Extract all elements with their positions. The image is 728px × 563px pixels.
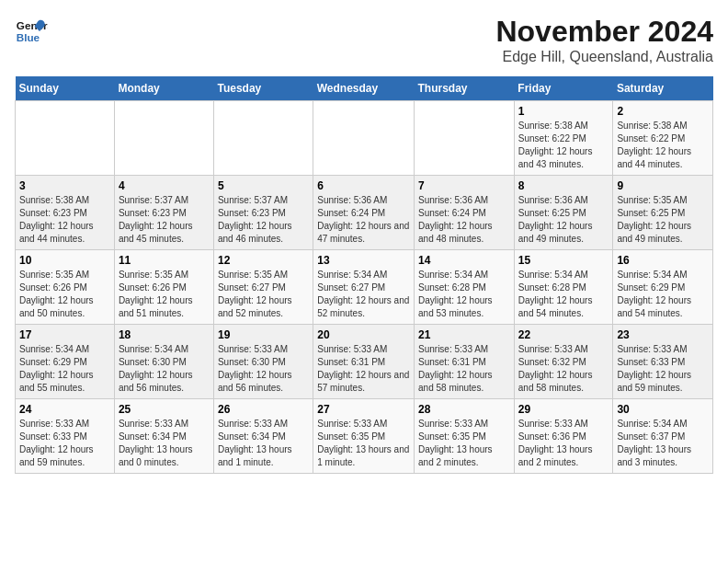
day-number: 19 bbox=[218, 328, 309, 341]
day-number: 5 bbox=[218, 179, 309, 192]
day-info: Sunrise: 5:34 AMSunset: 6:28 PMDaylight:… bbox=[418, 270, 493, 318]
col-friday: Friday bbox=[514, 76, 613, 101]
page-title: November 2024 bbox=[495, 15, 713, 49]
table-row: 3 Sunrise: 5:38 AMSunset: 6:23 PMDayligh… bbox=[16, 176, 115, 250]
col-tuesday: Tuesday bbox=[213, 76, 313, 101]
table-row: 26 Sunrise: 5:33 AMSunset: 6:34 PMDaylig… bbox=[213, 399, 313, 474]
page-subtitle: Edge Hill, Queensland, Australia bbox=[495, 49, 713, 65]
table-row: 27 Sunrise: 5:33 AMSunset: 6:35 PMDaylig… bbox=[313, 399, 415, 474]
day-info: Sunrise: 5:34 AMSunset: 6:37 PMDaylight:… bbox=[617, 419, 691, 467]
col-wednesday: Wednesday bbox=[313, 76, 415, 101]
day-number: 13 bbox=[317, 254, 410, 267]
table-row: 7 Sunrise: 5:36 AMSunset: 6:24 PMDayligh… bbox=[415, 176, 515, 250]
day-info: Sunrise: 5:37 AMSunset: 6:23 PMDaylight:… bbox=[119, 195, 193, 244]
calendar-header-row: Sunday Monday Tuesday Wednesday Thursday… bbox=[16, 76, 713, 101]
calendar-week-row: 3 Sunrise: 5:38 AMSunset: 6:23 PMDayligh… bbox=[16, 176, 713, 250]
table-row: 1 Sunrise: 5:38 AMSunset: 6:22 PMDayligh… bbox=[514, 101, 613, 176]
day-info: Sunrise: 5:34 AMSunset: 6:29 PMDaylight:… bbox=[617, 270, 691, 318]
table-row: 19 Sunrise: 5:33 AMSunset: 6:30 PMDaylig… bbox=[213, 325, 313, 399]
table-row: 12 Sunrise: 5:35 AMSunset: 6:27 PMDaylig… bbox=[213, 250, 313, 325]
day-number: 24 bbox=[19, 403, 110, 416]
table-row bbox=[313, 101, 415, 176]
day-number: 21 bbox=[418, 328, 510, 341]
day-number: 23 bbox=[617, 328, 709, 341]
table-row: 23 Sunrise: 5:33 AMSunset: 6:33 PMDaylig… bbox=[613, 325, 713, 399]
table-row: 18 Sunrise: 5:34 AMSunset: 6:30 PMDaylig… bbox=[114, 325, 213, 399]
day-info: Sunrise: 5:35 AMSunset: 6:27 PMDaylight:… bbox=[218, 270, 292, 318]
day-number: 9 bbox=[617, 179, 709, 192]
day-info: Sunrise: 5:33 AMSunset: 6:34 PMDaylight:… bbox=[218, 419, 292, 467]
day-info: Sunrise: 5:34 AMSunset: 6:29 PMDaylight:… bbox=[19, 344, 94, 393]
day-number: 4 bbox=[119, 179, 210, 192]
calendar-week-row: 17 Sunrise: 5:34 AMSunset: 6:29 PMDaylig… bbox=[16, 325, 713, 399]
day-number: 14 bbox=[418, 254, 510, 267]
logo-icon: General Blue bbox=[15, 15, 48, 48]
day-info: Sunrise: 5:33 AMSunset: 6:35 PMDaylight:… bbox=[317, 419, 409, 467]
day-number: 28 bbox=[418, 403, 510, 416]
day-info: Sunrise: 5:33 AMSunset: 6:30 PMDaylight:… bbox=[218, 344, 292, 393]
day-info: Sunrise: 5:38 AMSunset: 6:23 PMDaylight:… bbox=[19, 195, 94, 244]
day-number: 17 bbox=[19, 328, 110, 341]
col-sunday: Sunday bbox=[16, 76, 115, 101]
day-number: 8 bbox=[518, 179, 609, 192]
day-info: Sunrise: 5:34 AMSunset: 6:28 PMDaylight:… bbox=[518, 270, 593, 318]
day-number: 27 bbox=[317, 403, 410, 416]
day-info: Sunrise: 5:35 AMSunset: 6:26 PMDaylight:… bbox=[19, 270, 94, 318]
table-row: 24 Sunrise: 5:33 AMSunset: 6:33 PMDaylig… bbox=[16, 399, 115, 474]
day-info: Sunrise: 5:35 AMSunset: 6:26 PMDaylight:… bbox=[119, 270, 193, 318]
day-number: 6 bbox=[317, 179, 410, 192]
calendar-table: Sunday Monday Tuesday Wednesday Thursday… bbox=[15, 76, 713, 474]
table-row: 9 Sunrise: 5:35 AMSunset: 6:25 PMDayligh… bbox=[613, 176, 713, 250]
day-number: 25 bbox=[119, 403, 210, 416]
day-number: 3 bbox=[19, 179, 110, 192]
table-row: 30 Sunrise: 5:34 AMSunset: 6:37 PMDaylig… bbox=[613, 399, 713, 474]
table-row: 25 Sunrise: 5:33 AMSunset: 6:34 PMDaylig… bbox=[114, 399, 213, 474]
table-row: 15 Sunrise: 5:34 AMSunset: 6:28 PMDaylig… bbox=[514, 250, 613, 325]
table-row bbox=[114, 101, 213, 176]
table-row: 2 Sunrise: 5:38 AMSunset: 6:22 PMDayligh… bbox=[613, 101, 713, 176]
table-row: 20 Sunrise: 5:33 AMSunset: 6:31 PMDaylig… bbox=[313, 325, 415, 399]
table-row bbox=[16, 101, 115, 176]
day-info: Sunrise: 5:36 AMSunset: 6:25 PMDaylight:… bbox=[518, 195, 593, 244]
logo: General Blue General Blue bbox=[15, 15, 48, 48]
day-number: 22 bbox=[518, 328, 609, 341]
day-info: Sunrise: 5:33 AMSunset: 6:31 PMDaylight:… bbox=[317, 344, 409, 393]
page-header: General Blue General Blue November 2024 … bbox=[15, 15, 713, 65]
day-number: 30 bbox=[617, 403, 709, 416]
table-row: 16 Sunrise: 5:34 AMSunset: 6:29 PMDaylig… bbox=[613, 250, 713, 325]
day-number: 7 bbox=[418, 179, 510, 192]
day-info: Sunrise: 5:33 AMSunset: 6:32 PMDaylight:… bbox=[518, 344, 593, 393]
day-info: Sunrise: 5:33 AMSunset: 6:35 PMDaylight:… bbox=[418, 419, 493, 467]
table-row: 22 Sunrise: 5:33 AMSunset: 6:32 PMDaylig… bbox=[514, 325, 613, 399]
calendar-week-row: 1 Sunrise: 5:38 AMSunset: 6:22 PMDayligh… bbox=[16, 101, 713, 176]
day-info: Sunrise: 5:33 AMSunset: 6:33 PMDaylight:… bbox=[19, 419, 94, 467]
table-row: 6 Sunrise: 5:36 AMSunset: 6:24 PMDayligh… bbox=[313, 176, 415, 250]
table-row bbox=[213, 101, 313, 176]
day-info: Sunrise: 5:36 AMSunset: 6:24 PMDaylight:… bbox=[317, 195, 409, 244]
day-number: 1 bbox=[518, 105, 609, 118]
table-row: 10 Sunrise: 5:35 AMSunset: 6:26 PMDaylig… bbox=[16, 250, 115, 325]
table-row: 13 Sunrise: 5:34 AMSunset: 6:27 PMDaylig… bbox=[313, 250, 415, 325]
day-info: Sunrise: 5:33 AMSunset: 6:31 PMDaylight:… bbox=[418, 344, 493, 393]
svg-text:Blue: Blue bbox=[17, 31, 40, 43]
table-row: 28 Sunrise: 5:33 AMSunset: 6:35 PMDaylig… bbox=[415, 399, 515, 474]
day-number: 29 bbox=[518, 403, 609, 416]
title-block: November 2024 Edge Hill, Queensland, Aus… bbox=[495, 15, 713, 65]
day-number: 12 bbox=[218, 254, 309, 267]
day-number: 11 bbox=[119, 254, 210, 267]
col-monday: Monday bbox=[114, 76, 213, 101]
day-number: 20 bbox=[317, 328, 410, 341]
calendar-week-row: 10 Sunrise: 5:35 AMSunset: 6:26 PMDaylig… bbox=[16, 250, 713, 325]
table-row: 8 Sunrise: 5:36 AMSunset: 6:25 PMDayligh… bbox=[514, 176, 613, 250]
day-info: Sunrise: 5:35 AMSunset: 6:25 PMDaylight:… bbox=[617, 195, 691, 244]
day-info: Sunrise: 5:33 AMSunset: 6:33 PMDaylight:… bbox=[617, 344, 691, 393]
table-row: 29 Sunrise: 5:33 AMSunset: 6:36 PMDaylig… bbox=[514, 399, 613, 474]
day-info: Sunrise: 5:37 AMSunset: 6:23 PMDaylight:… bbox=[218, 195, 292, 244]
day-number: 2 bbox=[617, 105, 709, 118]
day-number: 15 bbox=[518, 254, 609, 267]
day-info: Sunrise: 5:34 AMSunset: 6:30 PMDaylight:… bbox=[119, 344, 193, 393]
day-info: Sunrise: 5:33 AMSunset: 6:36 PMDaylight:… bbox=[518, 419, 593, 467]
day-info: Sunrise: 5:33 AMSunset: 6:34 PMDaylight:… bbox=[119, 419, 193, 467]
table-row: 21 Sunrise: 5:33 AMSunset: 6:31 PMDaylig… bbox=[415, 325, 515, 399]
day-info: Sunrise: 5:38 AMSunset: 6:22 PMDaylight:… bbox=[518, 121, 593, 169]
